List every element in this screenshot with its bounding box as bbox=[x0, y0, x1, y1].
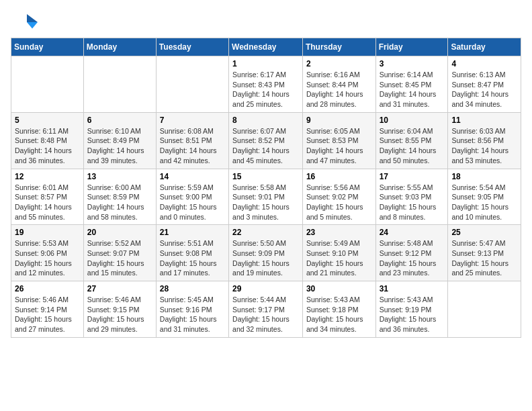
day-number: 17 bbox=[380, 172, 445, 181]
day-number: 31 bbox=[380, 284, 445, 293]
day-info: Sunrise: 6:03 AMSunset: 8:56 PMDaylight:… bbox=[451, 126, 517, 166]
calendar-day-30: 30Sunrise: 5:43 AMSunset: 9:18 PMDayligh… bbox=[302, 281, 375, 338]
day-number: 12 bbox=[15, 172, 80, 181]
calendar-week-row: 26Sunrise: 5:46 AMSunset: 9:14 PMDayligh… bbox=[11, 281, 521, 338]
day-number: 15 bbox=[232, 172, 299, 181]
svg-marker-1 bbox=[27, 22, 38, 29]
day-number: 8 bbox=[232, 116, 299, 125]
day-info: Sunrise: 5:59 AMSunset: 9:00 PMDaylight:… bbox=[160, 183, 225, 222]
day-number: 6 bbox=[87, 116, 152, 125]
calendar-day-25: 25Sunrise: 5:47 AMSunset: 9:13 PMDayligh… bbox=[448, 225, 521, 281]
calendar-day-10: 10Sunrise: 6:04 AMSunset: 8:55 PMDayligh… bbox=[375, 112, 448, 169]
day-number: 28 bbox=[160, 284, 225, 293]
calendar-day-6: 6Sunrise: 6:10 AMSunset: 8:49 PMDaylight… bbox=[83, 112, 156, 169]
day-number: 24 bbox=[380, 228, 445, 237]
calendar-day-24: 24Sunrise: 5:48 AMSunset: 9:12 PMDayligh… bbox=[375, 225, 448, 281]
calendar-day-26: 26Sunrise: 5:46 AMSunset: 9:14 PMDayligh… bbox=[11, 281, 84, 338]
calendar-table: SundayMondayTuesdayWednesdayThursdayFrid… bbox=[11, 38, 521, 338]
day-info: Sunrise: 5:44 AMSunset: 9:17 PMDaylight:… bbox=[232, 295, 299, 334]
day-number: 21 bbox=[160, 228, 225, 237]
header-saturday: Saturday bbox=[448, 38, 521, 56]
day-number: 19 bbox=[15, 228, 80, 237]
calendar-day-28: 28Sunrise: 5:45 AMSunset: 9:16 PMDayligh… bbox=[156, 281, 228, 338]
calendar-day-21: 21Sunrise: 5:51 AMSunset: 9:08 PMDayligh… bbox=[156, 225, 228, 281]
calendar-day-5: 5Sunrise: 6:11 AMSunset: 8:48 PMDaylight… bbox=[11, 112, 84, 169]
day-number: 9 bbox=[306, 116, 372, 125]
calendar-week-row: 5Sunrise: 6:11 AMSunset: 8:48 PMDaylight… bbox=[11, 112, 521, 169]
day-number: 4 bbox=[451, 59, 517, 68]
day-info: Sunrise: 5:43 AMSunset: 9:19 PMDaylight:… bbox=[380, 295, 445, 334]
day-number: 10 bbox=[380, 116, 445, 125]
day-info: Sunrise: 5:55 AMSunset: 9:03 PMDaylight:… bbox=[380, 183, 445, 222]
day-info: Sunrise: 5:53 AMSunset: 9:06 PMDaylight:… bbox=[15, 238, 80, 278]
day-number: 1 bbox=[232, 59, 299, 68]
calendar-week-row: 19Sunrise: 5:53 AMSunset: 9:06 PMDayligh… bbox=[11, 225, 521, 281]
header-tuesday: Tuesday bbox=[156, 38, 228, 56]
calendar-day-17: 17Sunrise: 5:55 AMSunset: 9:03 PMDayligh… bbox=[375, 169, 448, 225]
day-number: 14 bbox=[160, 172, 225, 181]
day-info: Sunrise: 5:54 AMSunset: 9:05 PMDaylight:… bbox=[451, 183, 517, 222]
day-number: 18 bbox=[451, 172, 517, 181]
calendar-day-22: 22Sunrise: 5:50 AMSunset: 9:09 PMDayligh… bbox=[229, 225, 303, 281]
day-info: Sunrise: 5:51 AMSunset: 9:08 PMDaylight:… bbox=[160, 238, 225, 278]
header bbox=[11, 11, 521, 31]
calendar-day-18: 18Sunrise: 5:54 AMSunset: 9:05 PMDayligh… bbox=[448, 169, 521, 225]
svg-marker-0 bbox=[27, 14, 38, 22]
calendar-day-14: 14Sunrise: 5:59 AMSunset: 9:00 PMDayligh… bbox=[156, 169, 228, 225]
calendar-day-27: 27Sunrise: 5:46 AMSunset: 9:15 PMDayligh… bbox=[83, 281, 156, 338]
header-thursday: Thursday bbox=[302, 38, 375, 56]
day-info: Sunrise: 6:01 AMSunset: 8:57 PMDaylight:… bbox=[15, 183, 80, 222]
day-number: 3 bbox=[380, 59, 445, 68]
calendar-day-2: 2Sunrise: 6:16 AMSunset: 8:44 PMDaylight… bbox=[302, 56, 375, 113]
header-sunday: Sunday bbox=[11, 38, 84, 56]
day-info: Sunrise: 5:52 AMSunset: 9:07 PMDaylight:… bbox=[87, 238, 152, 278]
calendar-day-1: 1Sunrise: 6:17 AMSunset: 8:43 PMDaylight… bbox=[229, 56, 303, 113]
day-info: Sunrise: 5:45 AMSunset: 9:16 PMDaylight:… bbox=[160, 295, 225, 334]
day-info: Sunrise: 6:04 AMSunset: 8:55 PMDaylight:… bbox=[380, 126, 445, 166]
calendar-week-row: 12Sunrise: 6:01 AMSunset: 8:57 PMDayligh… bbox=[11, 169, 521, 225]
day-number: 23 bbox=[306, 228, 372, 237]
day-info: Sunrise: 6:16 AMSunset: 8:44 PMDaylight:… bbox=[306, 70, 372, 109]
calendar-day-12: 12Sunrise: 6:01 AMSunset: 8:57 PMDayligh… bbox=[11, 169, 84, 225]
calendar-day-15: 15Sunrise: 5:58 AMSunset: 9:01 PMDayligh… bbox=[229, 169, 303, 225]
calendar-day-9: 9Sunrise: 6:05 AMSunset: 8:53 PMDaylight… bbox=[302, 112, 375, 169]
header-wednesday: Wednesday bbox=[229, 38, 303, 56]
calendar-day-20: 20Sunrise: 5:52 AMSunset: 9:07 PMDayligh… bbox=[83, 225, 156, 281]
calendar-day-4: 4Sunrise: 6:13 AMSunset: 8:47 PMDaylight… bbox=[448, 56, 521, 113]
day-info: Sunrise: 5:58 AMSunset: 9:01 PMDaylight:… bbox=[232, 183, 299, 222]
day-info: Sunrise: 6:07 AMSunset: 8:52 PMDaylight:… bbox=[232, 126, 299, 166]
day-number: 7 bbox=[160, 116, 225, 125]
calendar-day-16: 16Sunrise: 5:56 AMSunset: 9:02 PMDayligh… bbox=[302, 169, 375, 225]
day-info: Sunrise: 6:00 AMSunset: 8:59 PMDaylight:… bbox=[87, 183, 152, 222]
empty-cell bbox=[83, 56, 156, 113]
day-number: 5 bbox=[15, 116, 80, 125]
day-number: 2 bbox=[306, 59, 372, 68]
day-number: 27 bbox=[87, 284, 152, 293]
day-info: Sunrise: 5:47 AMSunset: 9:13 PMDaylight:… bbox=[451, 238, 517, 278]
day-info: Sunrise: 6:08 AMSunset: 8:51 PMDaylight:… bbox=[160, 126, 225, 166]
day-info: Sunrise: 5:56 AMSunset: 9:02 PMDaylight:… bbox=[306, 183, 372, 222]
calendar-day-13: 13Sunrise: 6:00 AMSunset: 8:59 PMDayligh… bbox=[83, 169, 156, 225]
calendar-header-row: SundayMondayTuesdayWednesdayThursdayFrid… bbox=[11, 38, 521, 56]
calendar-week-row: 1Sunrise: 6:17 AMSunset: 8:43 PMDaylight… bbox=[11, 56, 521, 113]
day-info: Sunrise: 6:17 AMSunset: 8:43 PMDaylight:… bbox=[232, 70, 299, 109]
day-number: 13 bbox=[87, 172, 152, 181]
day-info: Sunrise: 5:43 AMSunset: 9:18 PMDaylight:… bbox=[306, 295, 372, 334]
logo bbox=[11, 11, 40, 31]
calendar-day-19: 19Sunrise: 5:53 AMSunset: 9:06 PMDayligh… bbox=[11, 225, 84, 281]
day-info: Sunrise: 5:50 AMSunset: 9:09 PMDaylight:… bbox=[232, 238, 299, 278]
day-number: 11 bbox=[451, 116, 517, 125]
empty-cell bbox=[156, 56, 228, 113]
logo-icon bbox=[11, 11, 38, 31]
day-number: 25 bbox=[451, 228, 517, 237]
calendar-day-31: 31Sunrise: 5:43 AMSunset: 9:19 PMDayligh… bbox=[375, 281, 448, 338]
day-number: 26 bbox=[15, 284, 80, 293]
day-info: Sunrise: 5:49 AMSunset: 9:10 PMDaylight:… bbox=[306, 238, 372, 278]
day-info: Sunrise: 5:46 AMSunset: 9:14 PMDaylight:… bbox=[15, 295, 80, 334]
day-number: 20 bbox=[87, 228, 152, 237]
calendar-day-23: 23Sunrise: 5:49 AMSunset: 9:10 PMDayligh… bbox=[302, 225, 375, 281]
calendar-day-8: 8Sunrise: 6:07 AMSunset: 8:52 PMDaylight… bbox=[229, 112, 303, 169]
day-number: 22 bbox=[232, 228, 299, 237]
header-monday: Monday bbox=[83, 38, 156, 56]
day-number: 30 bbox=[306, 284, 372, 293]
